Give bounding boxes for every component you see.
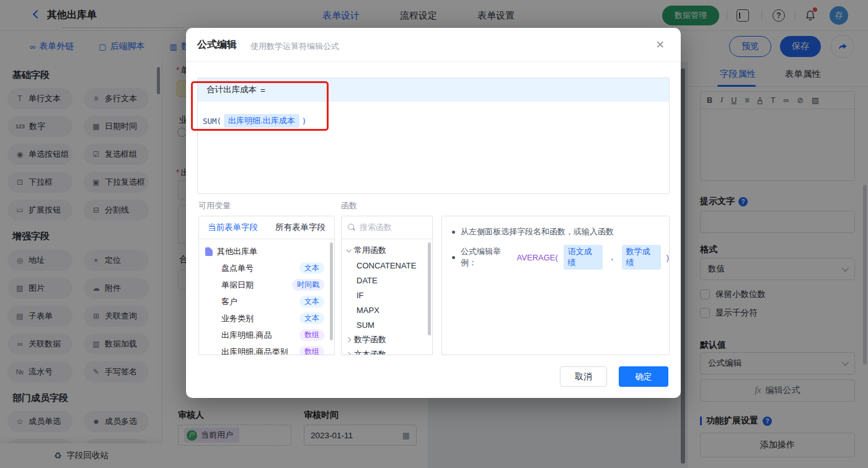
function-item[interactable]: IF	[342, 288, 432, 302]
hint-line-1: 从左侧面板选择字段名和函数，或输入函数	[452, 226, 614, 237]
close-paren: )	[302, 117, 307, 126]
variable-row[interactable]: 业务类别 文本	[205, 310, 329, 327]
function-group-math[interactable]: 数学函数	[342, 332, 432, 347]
type-badge: 文本	[299, 312, 324, 324]
example-close-paren: )	[666, 253, 669, 262]
formula-edit-modal: 公式编辑 使用数学运算符编辑公式 ✕ 合计出库成本 = SUM( 出库明细.出库…	[186, 28, 681, 398]
variable-row[interactable]: 出库明细.商品 数组	[205, 327, 329, 343]
variables-tree: 其他出库单 盘点单号 文本 单据日期 时间戳 客户 文本 业务类别 文本	[199, 239, 334, 355]
function-group-text[interactable]: 文本函数	[342, 347, 432, 355]
equals-sign: =	[260, 86, 265, 95]
function-group-common[interactable]: 常用函数	[342, 243, 432, 258]
modal-subtitle: 使用数学运算符编辑公式	[250, 41, 339, 52]
variable-row[interactable]: 盘点单号 文本	[205, 260, 329, 276]
functions-label: 函数	[341, 200, 357, 211]
chevron-down-icon	[346, 247, 351, 252]
modal-title: 公式编辑	[197, 38, 237, 51]
tab-all-form-fields[interactable]: 所有表单字段	[275, 222, 326, 233]
tab-current-form-fields[interactable]: 当前表单字段	[208, 222, 258, 233]
type-badge: 时间戳	[292, 279, 324, 291]
functions-scrollbar-thumb[interactable]	[428, 242, 431, 335]
formula-expression[interactable]: SUM( 出库明细.出库成本 )	[198, 102, 669, 128]
form-designer-app: 其他出库单 表单设计 流程设定 表单设置 数据管理 存 ∞ 表单外链 ▢	[0, 0, 868, 468]
formula-target-field: 合计出库成本	[206, 84, 257, 95]
example-field-chip: 语文成绩	[564, 245, 603, 270]
bullet-icon	[452, 231, 455, 234]
example-function-token: AVERAGE(	[517, 253, 558, 262]
formula-target-row: 合计出库成本 =	[198, 78, 669, 102]
variables-panel: 当前表单字段 所有表单字段 其他出库单 盘点单号 文本 单据日期 时间戳 客户	[198, 216, 335, 355]
variables-scrollbar-thumb[interactable]	[330, 242, 333, 340]
function-item[interactable]: MAPX	[342, 302, 432, 317]
chevron-right-icon	[346, 352, 351, 355]
formula-editor[interactable]: 合计出库成本 = SUM( 出库明细.出库成本 )	[197, 77, 670, 194]
cancel-button[interactable]: 取消	[560, 366, 607, 387]
type-badge: 文本	[299, 262, 324, 274]
hints-panel: 从左侧面板选择字段名和函数，或输入函数 公式编辑举例： AVERAGE( 语文成…	[441, 216, 670, 355]
bullet-icon	[452, 256, 455, 259]
function-item[interactable]: SUM	[342, 317, 432, 332]
field-chip[interactable]: 出库明细.出库成本	[224, 114, 299, 128]
type-badge: 数组	[299, 346, 324, 355]
variable-row[interactable]: 出库明细.商品类别 数组	[205, 343, 329, 355]
type-badge: 数组	[299, 329, 324, 341]
hint-line-2: 公式编辑举例： AVERAGE( 语文成绩 ， 数学成绩 )	[452, 245, 669, 270]
function-item[interactable]: DATE	[342, 273, 432, 288]
chevron-right-icon	[346, 337, 351, 342]
search-icon	[348, 224, 355, 231]
type-badge: 文本	[299, 296, 324, 307]
functions-panel: 搜索函数 常用函数 CONCATENATE DATE IF MAPX SUM 数…	[341, 216, 433, 355]
formula-function-token: SUM(	[203, 117, 221, 126]
function-search-input[interactable]: 搜索函数	[360, 222, 392, 233]
example-field-chip: 数学成绩	[622, 245, 661, 270]
variables-label: 可用变量	[198, 200, 231, 211]
variable-row[interactable]: 单据日期 时间戳	[205, 276, 329, 293]
variables-tabs: 当前表单字段 所有表单字段	[199, 216, 334, 239]
function-search-row: 搜索函数	[342, 216, 432, 239]
form-doc-icon	[205, 247, 213, 256]
function-item[interactable]: CONCATENATE	[342, 258, 432, 273]
tree-root-node[interactable]: 其他出库单	[205, 243, 329, 260]
modal-header: 公式编辑 使用数学运算符编辑公式 ✕	[186, 28, 681, 62]
close-icon[interactable]: ✕	[656, 38, 665, 51]
variable-row[interactable]: 客户 文本	[205, 293, 329, 310]
confirm-button[interactable]: 确定	[619, 366, 668, 387]
